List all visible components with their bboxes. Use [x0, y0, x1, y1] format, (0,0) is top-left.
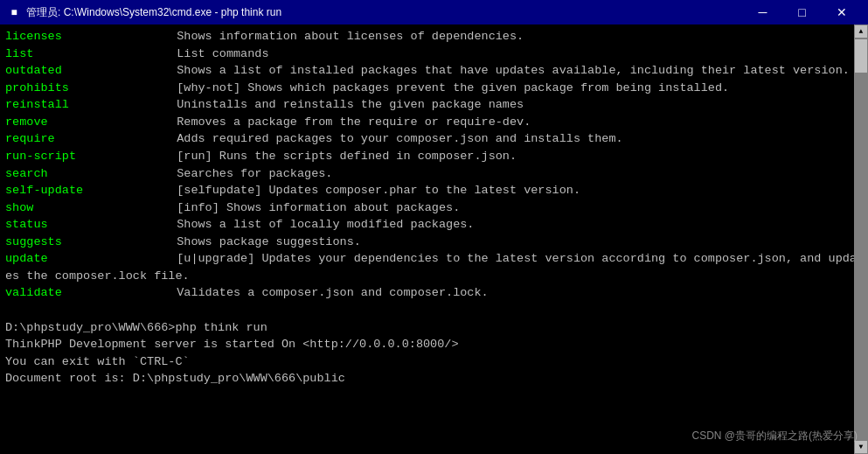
prompt-line: D:\phpstudy_pro\WWW\666>php think run: [5, 319, 863, 337]
cmd-label: show: [5, 199, 163, 217]
cmd-desc: Uninstalls and reinstalls the given pack…: [163, 96, 524, 114]
cmd-label: require: [5, 130, 163, 148]
window-controls: ─ □ ✕: [743, 0, 861, 24]
scrollbar-track[interactable]: [854, 38, 868, 440]
cmd-desc: [u|upgrade] Updates your dependencies to…: [163, 250, 864, 268]
list-item: status Shows a list of locally modified …: [5, 216, 863, 234]
list-item: licenses Shows information about license…: [5, 28, 863, 45]
cmd-desc: Validates a composer.json and composer.l…: [163, 284, 489, 302]
list-item: prohibits [why-not] Shows which packages…: [5, 80, 863, 97]
cmd-desc: List commands: [163, 45, 269, 63]
blank-line: [5, 404, 863, 422]
cmd-desc: es the composer.lock file.: [5, 268, 190, 285]
cmd-desc: [why-not] Shows which packages prevent t…: [163, 80, 729, 97]
cmd-desc: [info] Shows information about packages.: [163, 199, 460, 217]
window-title: 管理员: C:\Windows\System32\cmd.exe - php t…: [26, 5, 743, 20]
scrollbar[interactable]: ▲ ▼: [854, 24, 868, 454]
list-item: list List commands: [5, 45, 863, 63]
cmd-desc: Searches for packages.: [163, 165, 332, 183]
cmd-desc: Adds required packages to your composer.…: [163, 130, 623, 148]
maximize-button[interactable]: □: [782, 0, 822, 24]
list-item: reinstall Uninstalls and reinstalls the …: [5, 96, 863, 114]
cmd-label: remove: [5, 114, 163, 131]
blank-line: [5, 302, 863, 319]
cmd-label: licenses: [5, 28, 163, 45]
close-button[interactable]: ✕: [822, 0, 861, 24]
cmd-label: list: [5, 45, 163, 63]
docroot-text: Document root is: D:\phpstudy_pro\WWW\66…: [5, 370, 345, 388]
server-text: ThinkPHP Development server is started O…: [5, 336, 458, 353]
scroll-up-button[interactable]: ▲: [854, 24, 868, 38]
minimize-button[interactable]: ─: [743, 0, 782, 24]
cmd-label: suggests: [5, 234, 163, 251]
docroot-line: Document root is: D:\phpstudy_pro\WWW\66…: [5, 370, 863, 388]
prompt-text: D:\phpstudy_pro\WWW\666>php think run: [5, 319, 267, 337]
cmd-label: validate: [5, 284, 163, 302]
cmd-label: self-update: [5, 182, 163, 199]
cmd-desc: Removes a package from the require or re…: [163, 114, 531, 131]
exit-hint-line: You can exit with `CTRL-C`: [5, 353, 863, 371]
list-item: self-update [selfupdate] Updates compose…: [5, 182, 863, 199]
list-item: suggests Shows package suggestions.: [5, 234, 863, 251]
cmd-label-search: search: [5, 165, 163, 183]
list-item: validate Validates a composer.json and c…: [5, 284, 863, 302]
cmd-desc: [selfupdate] Updates composer.phar to th…: [163, 182, 580, 199]
cmd-label: status: [5, 216, 163, 234]
blank-line: [5, 388, 863, 405]
cmd-desc: Shows a list of installed packages that …: [163, 62, 850, 80]
list-item: outdated Shows a list of installed packa…: [5, 62, 863, 80]
list-item: show [info] Shows information about pack…: [5, 199, 863, 217]
cmd-label-outdated: outdated: [5, 62, 163, 80]
titlebar: ■ 管理员: C:\Windows\System32\cmd.exe - php…: [0, 0, 868, 24]
cmd-label: update: [5, 250, 163, 268]
cmd-desc: Shows package suggestions.: [163, 234, 361, 251]
terminal-window: licenses Shows information about license…: [0, 24, 868, 454]
server-started-line: ThinkPHP Development server is started O…: [5, 336, 863, 353]
scrollbar-thumb[interactable]: [854, 38, 868, 73]
list-item: run-script [run] Runs the scripts define…: [5, 148, 863, 165]
list-item: remove Removes a package from the requir…: [5, 114, 863, 131]
cmd-desc: Shows information about licenses of depe…: [163, 28, 524, 45]
list-item: require Adds required packages to your c…: [5, 130, 863, 148]
list-item: search Searches for packages.: [5, 165, 863, 183]
list-item: update [u|upgrade] Updates your dependen…: [5, 250, 863, 268]
cmd-label: reinstall: [5, 96, 163, 114]
cmd-label: prohibits: [5, 80, 163, 97]
cmd-desc: [run] Runs the scripts defined in compos…: [163, 148, 517, 165]
watermark: CSDN @贵哥的编程之路(热爱分享): [691, 429, 858, 444]
exit-text: You can exit with `CTRL-C`: [5, 353, 190, 371]
cmd-icon: ■: [7, 5, 21, 19]
cmd-label: run-script: [5, 148, 163, 165]
list-item: es the composer.lock file.: [5, 268, 863, 285]
cmd-desc: Shows a list of locally modified package…: [163, 216, 474, 234]
